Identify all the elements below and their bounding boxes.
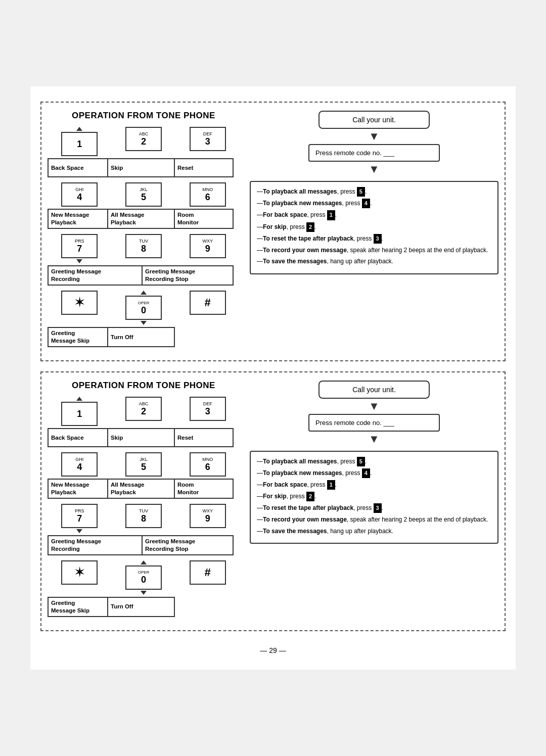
arrow-down-0 xyxy=(141,321,147,325)
key-row-2b: GHI 4 JKL 5 MNO 6 xyxy=(48,452,240,477)
key-2b: ABC 2 xyxy=(125,397,162,421)
key-group-4: GHI 4 xyxy=(48,182,112,207)
key-row-2: GHI 4 JKL 5 MNO 6 xyxy=(48,182,240,207)
label-row-1b: Back Space Skip Reset xyxy=(48,428,240,447)
key-hash-b: # xyxy=(190,560,226,585)
key-8b: TUV 8 xyxy=(125,504,162,528)
page-number: — 29 — xyxy=(40,646,506,654)
flow-arrow-2a: ▼ xyxy=(369,401,380,412)
key-group-5: JKL 5 xyxy=(112,182,176,207)
flow-arrow-2b: ▼ xyxy=(369,434,380,445)
key-1b: 1 xyxy=(61,402,98,426)
key-4b: GHI 4 xyxy=(61,452,98,477)
key-5: JKL 5 xyxy=(125,182,162,207)
key-0b: OPER 0 xyxy=(125,565,162,590)
label-greeting-skip-b: GreetingMessage Skip xyxy=(48,597,108,617)
call-box-2: Call your unit. xyxy=(318,381,430,399)
key-hash: # xyxy=(190,291,226,315)
key-star-b: ✶ xyxy=(61,560,98,585)
arrow-up-1 xyxy=(76,127,82,131)
key-group-9: WXY 9 xyxy=(175,234,240,263)
section-2: OPERATION FROM TONE PHONE 1 ABC 2 xyxy=(40,371,506,631)
label-greeting-skip: GreetingMessage Skip xyxy=(48,327,108,347)
section-1: OPERATION FROM TONE PHONE 1 ABC 2 xyxy=(40,102,506,361)
instructions-box-1: —To playback all messages, press 5. —To … xyxy=(250,181,498,274)
key-6: MNO 6 xyxy=(190,182,226,207)
right-panel-1: Call your unit. ▼ Press remote code no. … xyxy=(245,111,498,352)
key-group-0: OPER 0 xyxy=(112,291,176,325)
flow-arrow-1a: ▼ xyxy=(369,131,380,142)
label-new-message-b: New MessagePlayback xyxy=(48,479,108,499)
call-box-1: Call your unit. xyxy=(318,111,430,129)
key-2: ABC 2 xyxy=(125,127,162,151)
label-row-2: New MessagePlayback All MessagePlayback … xyxy=(48,209,240,229)
label-row-3: Greeting MessageRecording Greeting Messa… xyxy=(48,265,240,286)
label-all-message-b: All MessagePlayback xyxy=(108,479,175,499)
label-turn-off-b: Turn Off xyxy=(108,597,175,617)
section-title-2: OPERATION FROM TONE PHONE xyxy=(48,381,240,391)
key-3: DEF 3 xyxy=(190,127,226,151)
key-5b: JKL 5 xyxy=(125,452,162,477)
right-panel-2: Call your unit. ▼ Press remote code no. … xyxy=(245,381,498,622)
key-group-6: MNO 6 xyxy=(175,182,240,207)
label-greeting-record-stop: Greeting MessageRecording Stop xyxy=(143,265,234,286)
left-panel-1: OPERATION FROM TONE PHONE 1 ABC 2 xyxy=(48,111,245,352)
flow-arrow-1b: ▼ xyxy=(369,164,380,175)
label-row-3b: Greeting MessageRecording Greeting Messa… xyxy=(48,535,240,555)
left-panel-2: OPERATION FROM TONE PHONE 1 ABC 2 xyxy=(48,381,245,622)
key-row-4: ✶ OPER 0 # xyxy=(48,291,240,325)
label-all-message: All MessagePlayback xyxy=(108,209,175,229)
key-9: WXY 9 xyxy=(190,234,226,258)
key-row-3b: PRS 7 TUV 8 WXY 9 xyxy=(48,504,240,533)
press-box-1: Press remote code no. ___ xyxy=(308,144,440,162)
key-star: ✶ xyxy=(61,291,98,315)
key-3b: DEF 3 xyxy=(190,397,226,421)
key-0: OPER 0 xyxy=(125,296,162,320)
label-new-message: New MessagePlayback xyxy=(48,209,108,229)
key-group-2: ABC 2 xyxy=(112,127,176,156)
label-reset: Reset xyxy=(175,158,234,177)
key-7: PRS 7 xyxy=(61,234,98,258)
label-skip-b: Skip xyxy=(108,428,175,447)
press-box-2: Press remote code no. ___ xyxy=(308,414,440,432)
instructions-box-2: —To playback all messages, press 5. —To … xyxy=(250,451,498,544)
label-row-4b: GreetingMessage Skip Turn Off xyxy=(48,597,240,617)
label-room-monitor: RoomMonitor xyxy=(175,209,234,229)
key-4: GHI 4 xyxy=(61,182,98,207)
key-group-star: ✶ xyxy=(48,291,112,325)
label-backspace: Back Space xyxy=(48,158,108,177)
key-row-3: PRS 7 TUV 8 WXY 9 xyxy=(48,234,240,263)
label-backspace-b: Back Space xyxy=(48,428,108,447)
label-room-monitor-b: RoomMonitor xyxy=(175,479,234,499)
key-1: 1 xyxy=(61,132,98,156)
label-greeting-record-b: Greeting MessageRecording xyxy=(48,535,143,555)
label-turn-off: Turn Off xyxy=(108,327,175,347)
label-skip: Skip xyxy=(108,158,175,177)
key-8: TUV 8 xyxy=(125,234,162,258)
key-row-4b: ✶ OPER 0 # xyxy=(48,560,240,595)
key-row-1: 1 ABC 2 DEF 3 xyxy=(48,127,240,156)
page-wrapper: OPERATION FROM TONE PHONE 1 ABC 2 xyxy=(30,86,516,669)
key-group-7: PRS 7 xyxy=(48,234,112,263)
key-6b: MNO 6 xyxy=(190,452,226,477)
key-group-1: 1 xyxy=(48,127,112,156)
arrow-up-0 xyxy=(141,291,147,295)
key-group-8: TUV 8 xyxy=(112,234,176,263)
label-greeting-record-stop-b: Greeting MessageRecording Stop xyxy=(143,535,234,555)
label-row-2b: New MessagePlayback All MessagePlayback … xyxy=(48,479,240,499)
key-7b: PRS 7 xyxy=(61,504,98,528)
key-group-3: DEF 3 xyxy=(175,127,240,156)
key-row-1b: 1 ABC 2 DEF 3 xyxy=(48,397,240,426)
label-reset-b: Reset xyxy=(175,428,234,447)
section-title-1: OPERATION FROM TONE PHONE xyxy=(48,111,240,121)
arrow-down-7 xyxy=(76,259,82,263)
key-9b: WXY 9 xyxy=(190,504,226,528)
key-group-hash: # xyxy=(175,291,240,325)
label-row-1: Back Space Skip Reset xyxy=(48,158,240,177)
label-row-4: GreetingMessage Skip Turn Off xyxy=(48,327,240,347)
label-greeting-record: Greeting MessageRecording xyxy=(48,265,143,286)
